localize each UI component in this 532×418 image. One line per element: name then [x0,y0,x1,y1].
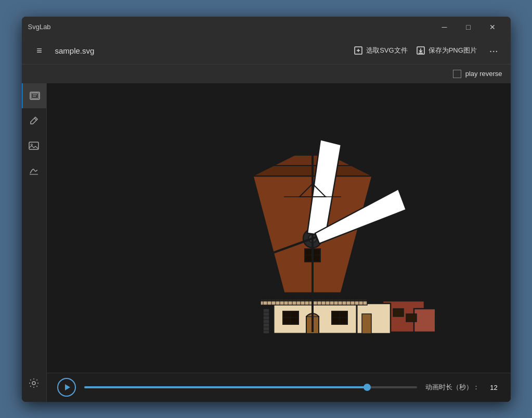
image-icon [28,140,40,151]
svg-rect-7 [29,142,38,149]
maximize-button[interactable]: □ [457,17,481,37]
svg-rect-15 [393,309,404,316]
hamburger-menu-button[interactable]: ≡ [30,41,49,60]
sidebar-item-preview[interactable] [22,83,47,108]
edit-icon [28,115,40,126]
preview-icon [29,90,41,102]
svg-rect-14 [414,309,435,332]
svg-rect-20 [362,314,371,334]
duration-value: 12 [488,384,500,391]
progress-fill [84,386,367,388]
main-area: 动画时长（秒）： 12 [22,83,511,402]
more-options-button[interactable]: ··· [485,43,502,59]
settings-icon [28,377,40,389]
svg-line-6 [34,118,36,120]
play-reverse-label: play reverse [465,70,502,78]
play-reverse-row: play reverse [22,65,511,83]
window-controls: ─ □ ✕ [433,17,504,37]
windmill-illustration [123,93,435,363]
progress-thumb[interactable] [364,384,371,391]
play-button[interactable] [57,378,76,397]
toolbar: ≡ sample.svg 选取SVG文件 保存为PNG图片 ··· [22,37,511,65]
svg-marker-99 [65,384,70,390]
canvas-area: 动画时长（秒）： 12 [47,83,511,402]
file-name-label: sample.svg [55,46,350,55]
sidebar-item-sign[interactable] [22,158,47,183]
select-svg-label: 选取SVG文件 [366,46,407,55]
play-reverse-checkbox[interactable] [453,70,461,78]
play-icon [63,384,71,391]
sidebar-item-edit[interactable] [22,108,47,133]
svg-rect-3 [31,93,38,98]
select-svg-button[interactable]: 选取SVG文件 [354,46,407,55]
svg-point-8 [31,144,33,145]
app-title: SvgLab [28,23,433,31]
minimize-button[interactable]: ─ [433,17,457,37]
svg-viewport [47,83,511,373]
sidebar-item-settings[interactable] [22,371,47,396]
player-bar: 动画时长（秒）： 12 [47,373,511,402]
sidebar [22,83,47,402]
titlebar: SvgLab ─ □ ✕ [22,17,511,37]
select-svg-icon [354,46,363,55]
save-png-label: 保存为PNG图片 [429,46,477,55]
svg-rect-16 [406,314,417,322]
save-png-button[interactable]: 保存为PNG图片 [416,46,477,55]
close-button[interactable]: ✕ [481,17,504,37]
sign-icon [28,165,40,176]
toolbar-actions: 选取SVG文件 保存为PNG图片 ··· [354,43,502,59]
svg-point-10 [32,382,35,385]
progress-track[interactable] [84,386,417,388]
save-png-icon [416,46,425,55]
duration-label: 动画时长（秒）： [425,383,479,392]
sidebar-item-image[interactable] [22,133,47,158]
app-window: SvgLab ─ □ ✕ ≡ sample.svg 选取SVG文件 [22,17,511,402]
